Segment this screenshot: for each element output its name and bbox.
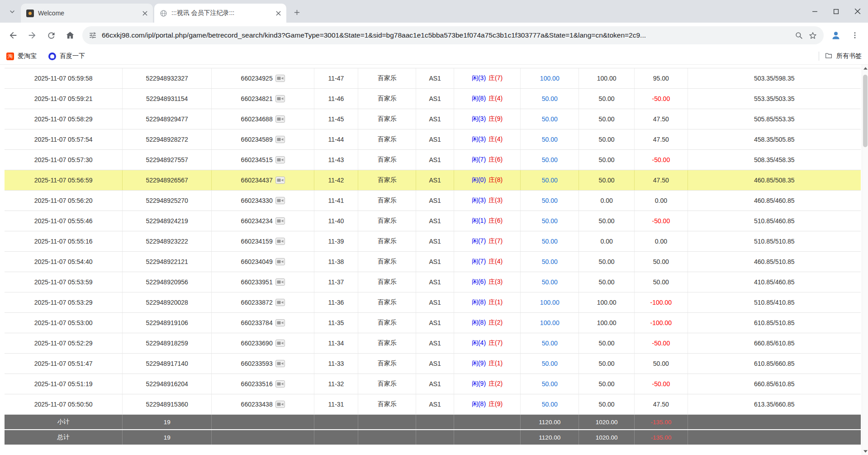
bookmark-taobao[interactable]: 淘 爱淘宝 <box>6 52 37 60</box>
reload-icon[interactable] <box>43 27 60 44</box>
video-replay-icon[interactable] <box>275 217 285 225</box>
tab-betrecord[interactable]: :::视讯 会员下注纪录::: <box>154 4 286 23</box>
video-replay-icon[interactable] <box>275 319 285 326</box>
table-row[interactable]: 2025-11-07 05:53:29 522948920028 6602338… <box>5 292 861 313</box>
video-replay-icon[interactable] <box>275 401 285 408</box>
video-replay-icon[interactable] <box>275 380 285 388</box>
table-row[interactable]: 2025-11-07 05:52:29 522948918259 6602336… <box>5 333 861 354</box>
table-row[interactable]: 2025-11-07 05:55:16 522948923222 6602341… <box>5 231 861 252</box>
cell-valid-amount: 100.00 <box>579 68 635 88</box>
cell-time: 2025-11-07 05:57:30 <box>5 150 123 170</box>
tab-close-icon[interactable] <box>274 9 283 18</box>
home-icon[interactable] <box>62 27 79 44</box>
video-replay-icon[interactable] <box>275 75 285 82</box>
new-tab-button[interactable] <box>290 5 304 19</box>
vertical-scrollbar[interactable] <box>862 65 868 455</box>
table-row[interactable]: 2025-11-07 05:50:50 522948915360 6602334… <box>5 394 861 415</box>
table-row[interactable]: 2025-11-07 05:54:40 522948922121 6602340… <box>5 252 861 272</box>
banker-score: 庄(3) <box>489 196 503 205</box>
cell-round: 11-45 <box>314 109 358 129</box>
banker-score: 庄(9) <box>489 115 503 123</box>
video-replay-icon[interactable] <box>275 136 285 143</box>
table-row[interactable]: 2025-11-07 05:51:47 522948917140 6602335… <box>5 354 861 374</box>
cell-game-number: 660233872 <box>212 292 314 312</box>
cell-win-loss: 50.00 <box>635 354 688 374</box>
table-row[interactable]: 2025-11-07 05:57:30 522948927557 6602345… <box>5 150 861 170</box>
cell-time: 2025-11-07 05:50:50 <box>5 394 123 414</box>
table-row[interactable]: 2025-11-07 05:51:19 522948916204 6602335… <box>5 374 861 394</box>
game-number: 660233438 <box>241 401 273 408</box>
player-score: 闲(8) <box>472 319 486 327</box>
profile-avatar-icon[interactable] <box>827 27 844 44</box>
banker-score: 庄(6) <box>489 156 503 164</box>
tab-search-chevron-icon[interactable] <box>5 5 19 19</box>
cell-bet-result: 闲(3) 庄(7) <box>454 68 521 88</box>
table-row[interactable]: 2025-11-07 05:53:00 522948919106 6602337… <box>5 313 861 333</box>
all-bookmarks-button[interactable]: 所有书签 <box>825 52 862 61</box>
table-row[interactable]: 2025-11-07 05:59:58 522948932327 6602349… <box>5 68 861 89</box>
bookmark-label: 百度一下 <box>60 52 85 60</box>
cell-table-code: AS1 <box>416 313 454 333</box>
bookmark-star-icon[interactable] <box>808 31 817 40</box>
cell-valid-amount: 50.00 <box>579 109 635 129</box>
table-row[interactable]: 2025-11-07 05:55:46 522948924219 6602342… <box>5 211 861 231</box>
game-number: 660233516 <box>241 380 273 388</box>
cell-win-loss: 95.00 <box>635 68 688 88</box>
table-row[interactable]: 2025-11-07 05:58:29 522948929477 6602346… <box>5 109 861 129</box>
totals-empty <box>212 430 314 445</box>
zoom-icon[interactable] <box>795 31 803 40</box>
table-row[interactable]: 2025-11-07 05:53:59 522948920956 6602339… <box>5 272 861 292</box>
cell-valid-amount: 50.00 <box>579 150 635 170</box>
cell-order-number: 522948916204 <box>123 374 212 394</box>
table-row[interactable]: 2025-11-07 05:56:59 522948926567 6602344… <box>5 170 861 191</box>
menu-dots-icon[interactable] <box>846 27 863 44</box>
scrollbar-thumb[interactable] <box>863 75 868 147</box>
video-replay-icon[interactable] <box>275 360 285 367</box>
forward-icon[interactable] <box>24 27 41 44</box>
cell-game-type: 百家乐 <box>358 374 417 394</box>
cell-time: 2025-11-07 05:59:58 <box>5 68 123 88</box>
bookmark-baidu[interactable]: 百度一下 <box>48 52 85 60</box>
cell-game-number: 660234049 <box>212 252 314 272</box>
tab-close-icon[interactable] <box>140 9 149 18</box>
tab-welcome[interactable]: Welcome <box>21 4 153 23</box>
video-replay-icon[interactable] <box>275 238 285 245</box>
site-info-icon[interactable] <box>89 31 97 39</box>
back-icon[interactable] <box>5 27 22 44</box>
video-replay-icon[interactable] <box>275 340 285 347</box>
video-replay-icon[interactable] <box>275 197 285 204</box>
video-replay-icon[interactable] <box>275 177 285 184</box>
cell-order-number: 522948929477 <box>123 109 212 129</box>
video-replay-icon[interactable] <box>275 299 285 306</box>
totals-valid-amount: 1020.00 <box>579 430 635 445</box>
cell-round: 11-31 <box>314 394 358 414</box>
video-replay-icon[interactable] <box>275 115 285 123</box>
video-replay-icon[interactable] <box>275 278 285 286</box>
cell-table-code: AS1 <box>416 354 454 374</box>
table-row[interactable]: 2025-11-07 05:56:20 522948925270 6602343… <box>5 191 861 211</box>
cell-bet-amount: 100.00 <box>521 292 579 312</box>
video-replay-icon[interactable] <box>275 258 285 265</box>
cell-order-number: 522948925270 <box>123 191 212 211</box>
close-button[interactable] <box>847 0 868 23</box>
cell-game-type: 百家乐 <box>358 191 417 211</box>
cell-time: 2025-11-07 05:51:47 <box>5 354 123 374</box>
video-replay-icon[interactable] <box>275 95 285 102</box>
game-number: 660234688 <box>241 115 273 123</box>
totals-empty <box>358 430 417 445</box>
cell-game-type: 百家乐 <box>358 313 417 333</box>
url-text[interactable]: 66cxkj98.com/ipl/portal.php/game/betreco… <box>102 31 790 39</box>
browser-window: Welcome :::视讯 会员下注纪录::: <box>0 0 868 455</box>
table-row[interactable]: 2025-11-07 05:57:54 522948928272 6602345… <box>5 129 861 150</box>
cell-balance: 410.85/460.85 <box>688 272 861 292</box>
scroll-down-icon[interactable] <box>862 448 868 455</box>
cell-order-number: 522948922121 <box>123 252 212 272</box>
maximize-button[interactable] <box>825 0 847 23</box>
cell-time: 2025-11-07 05:51:19 <box>5 374 123 394</box>
video-replay-icon[interactable] <box>275 156 285 163</box>
minimize-button[interactable] <box>804 0 825 23</box>
scroll-up-icon[interactable] <box>862 65 868 72</box>
totals-valid-amount: 1020.00 <box>579 415 635 429</box>
url-bar[interactable]: 66cxkj98.com/ipl/portal.php/game/betreco… <box>82 26 824 44</box>
table-row[interactable]: 2025-11-07 05:59:21 522948931154 6602348… <box>5 89 861 109</box>
